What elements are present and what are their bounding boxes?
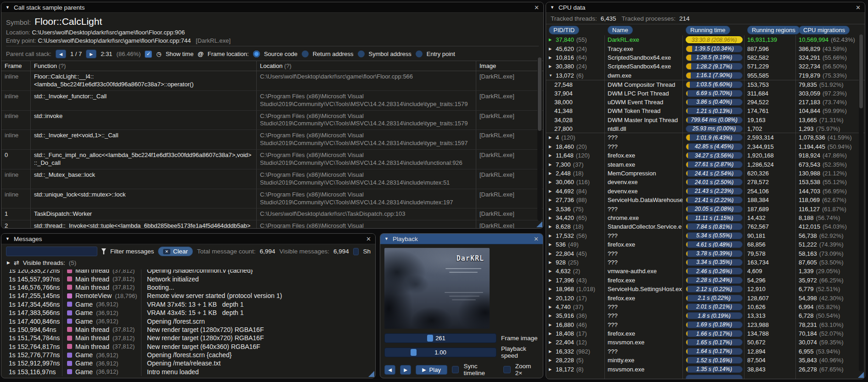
- cpu-row[interactable]: 34,028DWM Master Input Thread799.64 ms (…: [546, 116, 865, 124]
- cpu-row[interactable]: ▶4(120)???1:01.9 (6.43%)2,593,3141,078,5…: [546, 133, 865, 142]
- cpu-row[interactable]: ▶20,120(17)firefox.exe2.1 s (0.22%)128,6…: [546, 293, 865, 302]
- radio-symbol-address-label[interactable]: Symbol address: [369, 51, 411, 57]
- step-back-button[interactable]: ◀: [384, 365, 395, 375]
- message-row[interactable]: 1s 147,255,145nsRemoteView(18,796)Remote…: [2, 292, 375, 300]
- entry-value[interactable]: C:\Users\wolf\Desktop\darkrl\src\game\fl…: [38, 37, 191, 44]
- cpu-row[interactable]: ▶2,448(18)MemCompression24.41 s (2.54%)6…: [546, 169, 865, 178]
- message-row[interactable]: 1s 151,754,784nsMain thread(37,812)New r…: [2, 334, 375, 342]
- frame-image-slider[interactable]: 261: [384, 333, 496, 343]
- cpu-row[interactable]: ▶18,172(8)msvsmon.exe1.35 s (0.14%)38,84…: [546, 365, 865, 373]
- cpu-row[interactable]: ▶8,628(18)StandardCollector.Service.e7.8…: [546, 222, 865, 231]
- cpu-row[interactable]: ▶18,408(17)firefox.exe1.66 s (0.17%)134,…: [546, 329, 865, 338]
- cpu-row[interactable]: ▶4,740(37)???2.01 s (0.21%)10,6266,994(6…: [546, 303, 865, 311]
- callstack-row[interactable]: 2std::thread::_Invoke<std::tuple<<lambda…: [1, 220, 543, 229]
- cpu-row[interactable]: ▶16,332(982)???1.64 s (0.17%)12,8946,955…: [546, 347, 865, 356]
- callstack-row[interactable]: inlinestd::_Invoker_functor::_CallC:\Pro…: [1, 90, 543, 110]
- prev-stack-button[interactable]: ◀: [56, 50, 66, 58]
- location-value[interactable]: C:\Users\wolf\Desktop\darkrl\src\game\fl…: [32, 29, 185, 36]
- cpu-row[interactable]: ▶16,880(46)???1.69 s (0.18%)123,98878,23…: [546, 320, 865, 329]
- cpu-row[interactable]: ▶536(49)firefox.exe4.61 s (0.48%)68,8565…: [546, 240, 865, 249]
- resize-grip[interactable]: [368, 371, 374, 377]
- cpu-row[interactable]: ▶27,736(88)ServiceHub.DataWarehouse21.41…: [546, 196, 865, 204]
- clear-button[interactable]: ✕Clear: [158, 247, 193, 256]
- show-time-checkbox[interactable]: ✓: [145, 51, 152, 58]
- callstack-row[interactable]: inlinestd::invokeC:\Program Files (x86)\…: [1, 110, 543, 130]
- collapse-icon[interactable]: ▼: [384, 236, 389, 241]
- callstack-row[interactable]: 0std::_Func_impl_no_alloc<<lambda_5bc224…: [1, 149, 543, 169]
- message-row[interactable]: 1s 153,116,97nsGame(36,912)Intro menu lo…: [2, 368, 375, 376]
- cpu-scrollbar[interactable]: [859, 34, 863, 371]
- message-row[interactable]: 1s 152,912,997nsGame(36,912)Opening /met…: [2, 359, 375, 367]
- visible-threads-bar[interactable]: ▶ ⇄ Visible threads: (5): [1, 258, 375, 268]
- cpu-row[interactable]: 38,000uDWM Event Thread3.86 s (0.40%)294…: [546, 98, 865, 107]
- message-row[interactable]: 1s 146,576,766nsMain thread(37,812)Booti…: [2, 283, 375, 292]
- cpu-row[interactable]: ▶928(25)???3.34 s (0.35%)163,73487,605(5…: [546, 258, 865, 267]
- cpu-row[interactable]: ▶18,460(20)???42.85 s (4.45%)2,344,9151,…: [546, 142, 865, 151]
- cpu-row[interactable]: ▶28,228(5)mintty.exe1.52 s (0.16%)87,504…: [546, 356, 865, 365]
- zoom-2x-checkbox[interactable]: [503, 366, 510, 373]
- message-row[interactable]: 1s 147,354,456nsGame(36,912)VRAM 37x45: …: [2, 300, 375, 309]
- scrollbar-thumb[interactable]: [859, 34, 863, 108]
- next-stack-button[interactable]: ▶: [86, 50, 96, 58]
- message-row[interactable]: 1s 120,335,272nsMain thread(37,812)Openi…: [2, 270, 375, 275]
- cpu-row[interactable]: ▶10,816(64)ScriptedSandbox64.exe1:28.5 (…: [546, 53, 865, 62]
- callstack-scrollbar[interactable]: [537, 57, 542, 221]
- cpu-row[interactable]: ▶17,532(56)???5.34 s (0.55%)90,18156,738…: [546, 231, 865, 240]
- callstack-row[interactable]: inlinestd::_Invoker_ret<void,1>::_CallC:…: [1, 129, 543, 149]
- callstack-row[interactable]: inlinestd::unique_lock<std::mutex>::lock…: [1, 189, 543, 208]
- expander-icon[interactable]: ▶: [7, 260, 10, 265]
- message-row[interactable]: 1s 152,764,817nsMain thread(37,812)New r…: [2, 343, 375, 351]
- radio-entry-point-label[interactable]: Entry point: [427, 51, 455, 57]
- message-row[interactable]: 1s 150,994,64nsMain thread(37,812)New re…: [2, 326, 375, 334]
- message-filter-input[interactable]: [6, 247, 97, 256]
- close-icon[interactable]: ✕: [534, 236, 539, 242]
- play-button[interactable]: ▶Play: [416, 365, 447, 375]
- resize-grip[interactable]: [536, 221, 542, 227]
- col-cpu-migrations[interactable]: CPU migrations: [799, 26, 850, 34]
- radio-return-address[interactable]: [302, 51, 309, 57]
- close-icon[interactable]: ✕: [856, 5, 861, 11]
- message-row[interactable]: 1s 145,557,997nsMain thread(37,812)Netwo…: [2, 275, 375, 283]
- playback-speed-slider[interactable]: 1.00: [384, 348, 496, 357]
- radio-source-code-label[interactable]: Source code: [264, 51, 298, 57]
- radio-entry-point[interactable]: [416, 51, 423, 57]
- col-pid-tid[interactable]: PID/TID: [549, 26, 579, 34]
- collapse-icon[interactable]: ▼: [6, 236, 10, 241]
- cpu-row[interactable]: ▶44,692(84)devenv.exe21.43 s (2.23%)254,…: [546, 187, 865, 196]
- resize-grip[interactable]: [858, 372, 864, 378]
- cpu-row[interactable]: 41,348DWM Token Thread1.21 s (0.13%)174,…: [546, 107, 865, 115]
- cpu-row[interactable]: ▶30,060(116)devenv.exe24.01 s (2.50%)278…: [546, 178, 865, 186]
- message-row[interactable]: 1s 147,383,566nsGame(36,912)VRAM 43x45: …: [2, 309, 375, 317]
- callstack-row[interactable]: inlineFloor::CalcLight::__l4::<lambda_5b…: [1, 71, 543, 90]
- cpu-row[interactable]: 27,548DWM Compositor Thread1:03.5 (6.60%…: [546, 80, 865, 89]
- col-running-regions[interactable]: Running regions: [747, 26, 800, 34]
- collapse-icon[interactable]: ▼: [550, 5, 554, 10]
- cpu-row[interactable]: 27,800ntdll.dll25.93 ms (0.00%)1,7021,29…: [546, 124, 865, 133]
- col-running-time[interactable]: Running time: [686, 26, 730, 34]
- message-row[interactable]: 1s 147,400,846nsGame(36,912)Opening /for…: [2, 317, 375, 325]
- collapse-icon[interactable]: ▼: [6, 5, 10, 10]
- callstack-row[interactable]: 1TaskDispatch::WorkerC:\Users\wolf\Deskt…: [1, 208, 543, 220]
- cpu-row[interactable]: ▶45,620(24)Tracy.exe1:39.5 (10.34%)887,5…: [546, 44, 865, 53]
- cpu-row[interactable]: ▼13,072(6)dwm.exe1:16.1 (7.90%)955,58571…: [546, 71, 865, 80]
- cpu-row[interactable]: ▶18,968(1,018)ServiceHub.SettingsHost.ex…: [546, 285, 865, 293]
- col-name[interactable]: Name: [608, 26, 633, 34]
- cpu-row[interactable]: ▶37,840(55)DarkRL.exe33:30.8 (208.96%)16…: [546, 35, 865, 44]
- scrollbar-thumb[interactable]: [538, 57, 541, 131]
- cpu-row[interactable]: ▶3,536(75)???20.05 s (2.08%)187,689116,1…: [546, 204, 865, 213]
- radio-symbol-address[interactable]: [358, 51, 365, 57]
- cpu-row[interactable]: ▶17,396(43)firefox.exe2.28 s (0.24%)54,2…: [546, 276, 865, 285]
- radio-return-address-label[interactable]: Return address: [313, 51, 354, 57]
- cpu-row[interactable]: ▶30,380(24)ScriptedSandbox64.exe1:28.2 (…: [546, 62, 865, 71]
- sync-timeline-checkbox[interactable]: [452, 366, 459, 373]
- close-icon[interactable]: ✕: [366, 236, 371, 242]
- cpu-row[interactable]: ▶34,420(65)chrome.exe11.11 s (1.15%)14,4…: [546, 213, 865, 222]
- callstack-row[interactable]: inlinestd::_Mutex_base::lockC:\Program F…: [1, 169, 543, 189]
- cpu-row[interactable]: ▶7,300(37)steam.exe27.61 s (2.87%)1,286,…: [546, 160, 865, 169]
- radio-source-code[interactable]: [253, 51, 260, 57]
- cpu-row[interactable]: ▶22,804(45)???3.78 s (0.39%)79,57858,163…: [546, 249, 865, 258]
- cpu-row[interactable]: ▶4,632(2)vmware-authd.exe2.46 s (0.26%)4…: [546, 267, 865, 275]
- message-row[interactable]: 1s 152,776,777nsGame(36,912)Opening /for…: [2, 351, 375, 359]
- cpu-row[interactable]: 37,904DWM LPC Port Thread6.69 s (0.70%)3…: [546, 89, 865, 97]
- cpu-row[interactable]: ▶11,648(120)firefox.exe34.27 s (3.56%)1,…: [546, 151, 865, 160]
